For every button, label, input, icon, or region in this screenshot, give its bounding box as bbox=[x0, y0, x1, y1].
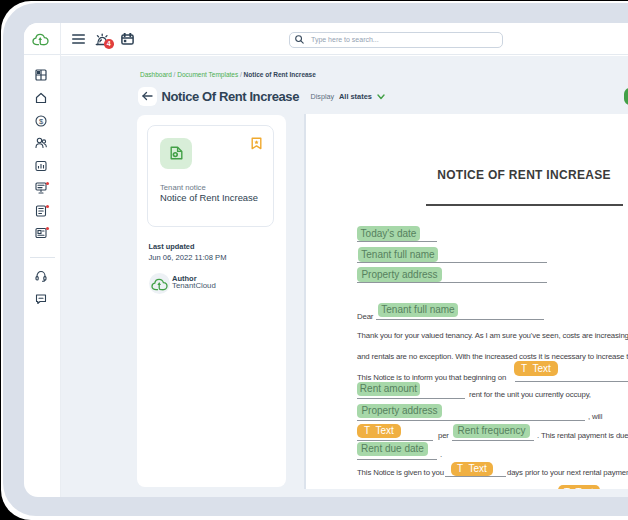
svg-text:$: $ bbox=[39, 116, 44, 125]
